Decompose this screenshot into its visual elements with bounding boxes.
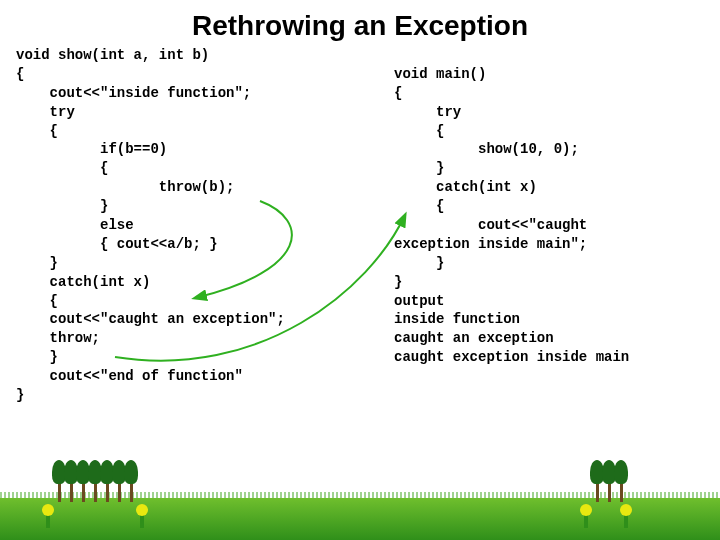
flower-decor [624,510,628,528]
code-right: void main() { try { show(10, 0); } catch… [386,46,704,405]
flower-decor [46,510,50,528]
code-left: void show(int a, int b) { cout<<"inside … [16,46,386,405]
tree-decor [614,460,628,502]
tree-decor [124,460,138,502]
grass-footer [0,498,720,540]
code-region: void show(int a, int b) { cout<<"inside … [0,46,720,405]
slide-title: Rethrowing an Exception [0,0,720,46]
flower-decor [584,510,588,528]
flower-decor [140,510,144,528]
